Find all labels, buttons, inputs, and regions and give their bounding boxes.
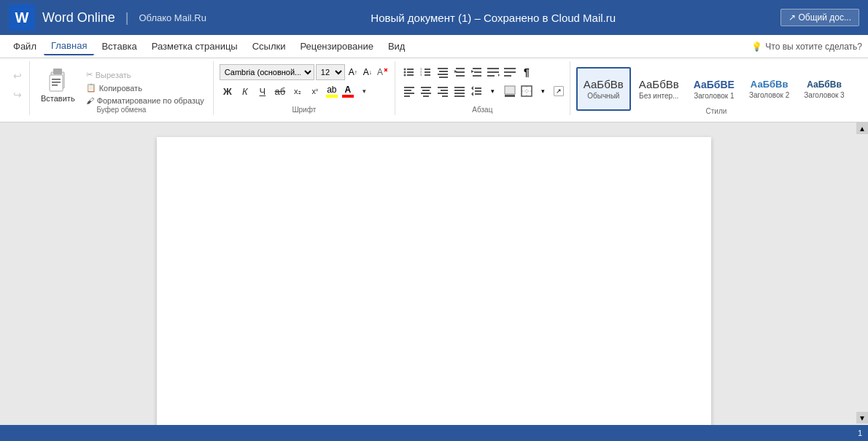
svg-rect-35 [487, 75, 495, 77]
paragraph-group: 1. 2. 3. [395, 61, 570, 115]
copy-label: Копировать [99, 84, 142, 93]
ribbon: ↩ ↪ Вставить ✂ Вырезать [0, 58, 868, 122]
italic-button[interactable]: К [237, 83, 253, 99]
style-heading1[interactable]: АаБбВЕ Заголовок 1 [687, 67, 741, 111]
ltr-icon [503, 66, 516, 78]
help-search[interactable]: 💡 Что вы хотите сделать? [751, 42, 862, 52]
ltr-button[interactable] [502, 64, 518, 80]
style-nospacing[interactable]: АаБбВв Без интер... [632, 67, 686, 111]
svg-rect-42 [404, 93, 414, 94]
underline-button[interactable]: Ч [255, 83, 271, 99]
cut-button[interactable]: ✂ Вырезать [83, 69, 207, 81]
svg-rect-51 [442, 95, 448, 97]
svg-rect-26 [456, 71, 465, 73]
svg-rect-21 [438, 68, 448, 69]
line-spacing-dropdown[interactable]: ▾ [485, 83, 501, 99]
highlight-button[interactable]: ab [325, 84, 339, 98]
align-center-icon [420, 85, 432, 97]
increase-indent-button[interactable] [468, 64, 484, 80]
decrease-indent-button[interactable] [452, 64, 468, 80]
multilevel-list-button[interactable] [435, 64, 451, 80]
superscript-button[interactable]: x² [307, 83, 323, 99]
line-spacing-button[interactable] [468, 83, 484, 99]
menu-item-home[interactable]: Главная [44, 37, 94, 55]
menu-item-view[interactable]: Вид [381, 38, 413, 55]
numbering-button[interactable]: 1. 2. 3. [418, 64, 434, 80]
share-button[interactable]: ↗ Общий дос... [780, 9, 860, 26]
font-size-select[interactable]: 12 [316, 64, 345, 80]
scroll-bottom-button[interactable]: ▼ [856, 412, 868, 424]
scroll-top-button[interactable]: ▲ [856, 122, 868, 134]
svg-rect-1 [53, 69, 62, 74]
font-shrink-button[interactable]: A↓ [361, 66, 374, 79]
svg-rect-14 [407, 74, 414, 76]
menu-bar: Файл Главная Вставка Разметка страницы С… [0, 35, 868, 58]
paste-icon [47, 68, 68, 94]
svg-rect-37 [504, 68, 516, 69]
svg-rect-55 [454, 95, 465, 97]
menu-item-references[interactable]: Ссылки [245, 38, 293, 55]
svg-rect-27 [456, 75, 465, 77]
undo-button[interactable]: ↩ [9, 67, 26, 85]
paste-button[interactable]: Вставить [36, 66, 80, 105]
strikethrough-button[interactable]: аб [272, 83, 288, 99]
help-icon: 💡 [751, 42, 762, 52]
bold-button[interactable]: Ж [220, 83, 236, 99]
increase-indent-icon [470, 66, 482, 78]
font-color-button[interactable]: A [341, 84, 355, 98]
share-icon: ↗ [788, 12, 796, 23]
bullets-button[interactable] [401, 64, 417, 80]
svg-marker-32 [471, 70, 474, 73]
style-heading2[interactable]: АаБбВв Заголовок 2 [743, 67, 796, 111]
align-left-button[interactable] [401, 83, 417, 99]
align-right-button[interactable] [435, 83, 451, 99]
svg-rect-24 [439, 77, 448, 78]
menu-item-file[interactable]: Файл [6, 38, 44, 55]
svg-text:3.: 3. [420, 73, 422, 77]
style-nospacing-label: Без интер... [639, 92, 678, 100]
svg-rect-54 [454, 93, 465, 94]
menu-item-review[interactable]: Рецензирование [293, 38, 381, 55]
paragraph-expand-button[interactable]: ↗ [554, 86, 564, 96]
style-heading1-preview: АаБбВЕ [694, 79, 735, 90]
justify-button[interactable] [452, 83, 468, 99]
rtl-icon [487, 66, 500, 78]
rtl-button[interactable] [485, 64, 501, 80]
svg-point-9 [403, 69, 406, 71]
copy-button[interactable]: 📋 Копировать [83, 82, 207, 94]
style-normal[interactable]: АаБбВв Обычный [576, 67, 631, 111]
svg-rect-45 [422, 90, 430, 91]
clear-format-button[interactable]: A [376, 66, 389, 79]
numbering-icon: 1. 2. 3. [420, 66, 432, 78]
svg-rect-25 [456, 68, 465, 69]
borders-dropdown[interactable]: ▾ [535, 83, 551, 99]
bottom-bar: 1 [0, 425, 868, 440]
font-grow-button[interactable]: A↑ [346, 66, 360, 79]
style-heading3[interactable]: АаБбВв Заголовок 3 [797, 67, 850, 111]
svg-rect-33 [487, 68, 499, 69]
format-paint-button[interactable]: 🖌 Форматирование по образцу [83, 95, 207, 106]
shading-button[interactable] [502, 83, 518, 99]
svg-rect-48 [438, 87, 448, 88]
svg-rect-22 [439, 71, 448, 72]
page-content[interactable] [157, 137, 711, 429]
menu-item-layout[interactable]: Разметка страницы [144, 38, 245, 55]
align-right-icon [437, 85, 449, 97]
show-marks-button[interactable]: ¶ [519, 64, 535, 80]
style-heading2-preview: АаБбВв [751, 79, 788, 90]
style-heading2-label: Заголовок 2 [749, 91, 789, 99]
redo-button[interactable]: ↪ [9, 86, 26, 104]
svg-rect-3 [52, 79, 61, 80]
borders-button[interactable] [519, 83, 535, 99]
svg-rect-58 [475, 87, 481, 89]
subscript-button[interactable]: x₂ [290, 83, 306, 99]
share-label: Общий дос... [799, 12, 852, 23]
align-center-button[interactable] [418, 83, 434, 99]
svg-rect-29 [473, 68, 481, 69]
font-name-select[interactable]: Cambria (основной...) [220, 64, 314, 80]
font-color-dropdown[interactable]: ▾ [357, 83, 373, 99]
page-count: 1 [858, 429, 862, 437]
menu-item-insert[interactable]: Вставка [94, 38, 144, 55]
svg-rect-23 [438, 74, 448, 75]
styles-group: АаБбВв Обычный АаБбВв Без интер... АаБбВ… [570, 61, 862, 117]
